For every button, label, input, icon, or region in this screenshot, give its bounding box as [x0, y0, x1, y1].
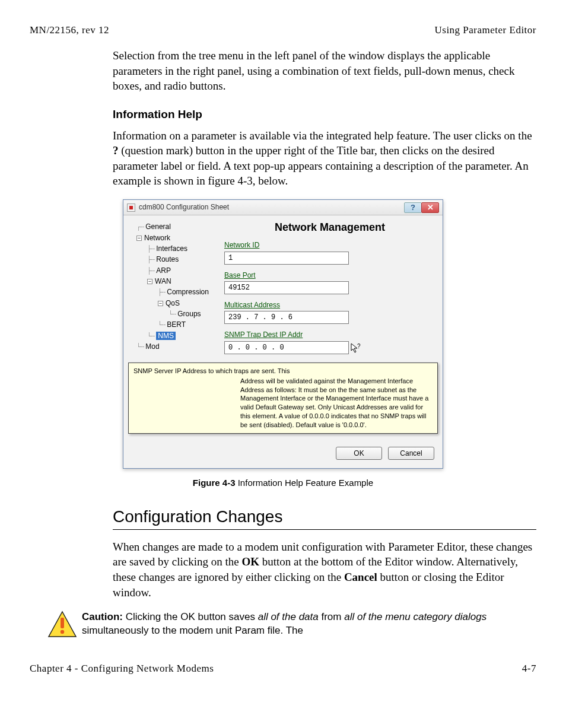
figure-caption: Figure 4-3 Information Help Feature Exam…: [30, 477, 536, 489]
collapse-icon[interactable]: −: [136, 236, 142, 241]
help-tooltip: SNMP Server IP Address to which traps ar…: [128, 363, 438, 434]
svg-rect-2: [61, 618, 64, 628]
tree-groups[interactable]: └╌Groups: [132, 309, 217, 320]
label-multicast[interactable]: Multicast Address: [224, 300, 435, 310]
tree-arp[interactable]: ├╌ARP: [132, 265, 217, 276]
header-right: Using Parameter Editor: [434, 24, 536, 37]
panel-heading: Network Management: [224, 220, 435, 234]
info-help-heading: Information Help: [113, 107, 536, 122]
tree-mod[interactable]: └╌Mod: [132, 341, 217, 352]
caution-label: Caution:: [82, 611, 123, 622]
caution-i1: all of the data: [258, 611, 319, 622]
dialog-titlebar: cdm800 Configuration Sheet ? ✕: [123, 200, 443, 215]
tree-interfaces[interactable]: ├╌Interfaces: [132, 243, 217, 255]
field-multicast: Multicast Address 239 . 7 . 9 . 6: [224, 300, 435, 324]
label-network-id[interactable]: Network ID: [224, 240, 435, 250]
caution-text: Caution: Clicking the OK button saves al…: [82, 611, 536, 638]
caution-block: Caution: Clicking the OK button saves al…: [30, 611, 536, 641]
p-text-c: (question mark) button in the upper righ…: [113, 144, 529, 187]
config-changes-heading: Configuration Changes: [113, 506, 536, 528]
config-dialog: cdm800 Configuration Sheet ? ✕ ┌╌General…: [123, 199, 443, 469]
tree-nms[interactable]: └╌NMS: [132, 330, 217, 342]
caution-icon: [47, 611, 77, 641]
app-icon: [127, 204, 135, 212]
tooltip-body: Address will be validated against the Ma…: [133, 377, 433, 430]
page-header: MN/22156, rev 12 Using Parameter Editor: [30, 24, 536, 37]
nav-tree[interactable]: ┌╌General −Network ├╌Interfaces ├╌Routes…: [128, 219, 217, 360]
cc-cancel: Cancel: [344, 571, 377, 583]
page-footer: Chapter 4 - Configuring Network Modems 4…: [30, 662, 536, 676]
tree-bert[interactable]: └╌BERT: [132, 319, 217, 330]
collapse-icon[interactable]: −: [158, 301, 163, 306]
qmark-bold: ?: [113, 144, 119, 157]
collapse-icon[interactable]: −: [147, 279, 152, 284]
input-base-port[interactable]: 49152: [224, 281, 349, 294]
svg-point-3: [61, 630, 64, 634]
footer-left: Chapter 4 - Configuring Network Modems: [30, 662, 214, 676]
right-panel: Network Management Network ID 1 Base Por…: [217, 219, 438, 360]
input-multicast[interactable]: 239 . 7 . 9 . 6: [224, 311, 349, 324]
figure-label: Figure 4-3: [193, 478, 236, 488]
titlebar-buttons: ? ✕: [405, 202, 439, 213]
figure-dialog-wrap: cdm800 Configuration Sheet ? ✕ ┌╌General…: [30, 199, 536, 469]
p-text-a: Information on a parameter is available …: [113, 129, 532, 142]
caution-a: Clicking the OK button saves: [123, 611, 258, 622]
tree-compression[interactable]: ├╌Compression: [132, 287, 217, 298]
caution-i2: all of the menu category dialogs: [344, 611, 486, 622]
input-network-id[interactable]: 1: [224, 252, 349, 265]
cc-ok: OK: [241, 555, 259, 568]
help-button[interactable]: ?: [404, 202, 422, 213]
heading-rule: [113, 529, 536, 530]
dialog-body: ┌╌General −Network ├╌Interfaces ├╌Routes…: [123, 215, 443, 360]
dialog-footer: OK Cancel: [123, 441, 443, 468]
config-changes-paragraph: When changes are made to a modem unit co…: [113, 539, 536, 600]
cancel-button[interactable]: Cancel: [388, 447, 434, 460]
input-snmp-trap[interactable]: 0 . 0 . 0 . 0: [224, 341, 349, 354]
titlebar-left: cdm800 Configuration Sheet: [127, 202, 229, 212]
label-snmp-trap[interactable]: SNMP Trap Dest IP Addr: [224, 330, 435, 339]
tree-network[interactable]: −Network: [132, 233, 217, 243]
header-left: MN/22156, rev 12: [30, 24, 109, 37]
tree-qos[interactable]: −QoS: [132, 298, 217, 309]
dialog-title: cdm800 Configuration Sheet: [139, 202, 229, 212]
footer-right: 4-7: [522, 662, 536, 676]
field-snmp-trap: SNMP Trap Dest IP Addr 0 . 0 . 0 . 0 ?: [224, 330, 435, 354]
tooltip-title: SNMP Server IP Address to which traps ar…: [133, 367, 433, 376]
field-network-id: Network ID 1: [224, 240, 435, 264]
svg-text:?: ?: [357, 343, 361, 349]
ok-button[interactable]: OK: [336, 447, 382, 460]
figure-text: Information Help Feature Example: [236, 478, 374, 488]
info-help-paragraph: Information on a parameter is available …: [113, 128, 536, 189]
close-button[interactable]: ✕: [421, 202, 439, 213]
tree-wan[interactable]: −WAN: [132, 276, 217, 287]
caution-c: simultaneously to the modem unit Param f…: [82, 625, 303, 636]
help-cursor-icon: ?: [350, 342, 362, 354]
tree-routes[interactable]: ├╌Routes: [132, 254, 217, 265]
field-base-port: Base Port 49152: [224, 271, 435, 294]
caution-b: from: [319, 611, 344, 622]
tree-selected: NMS: [156, 332, 176, 340]
label-base-port[interactable]: Base Port: [224, 271, 435, 280]
tree-general[interactable]: ┌╌General: [132, 221, 217, 233]
intro-paragraph: Selection from the tree menu in the left…: [113, 48, 536, 94]
